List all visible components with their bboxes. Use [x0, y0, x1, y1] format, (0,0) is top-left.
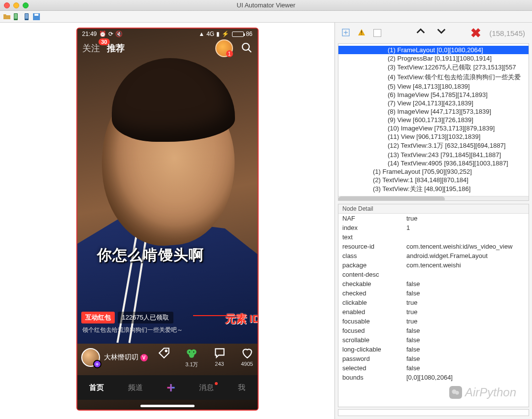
node-detail-panel: Node Detail NAFtrueindex1textresource-id… — [338, 204, 529, 407]
detail-key: selected — [338, 363, 402, 373]
detail-key: index — [338, 223, 402, 232]
tab-follow[interactable]: 关注 30 — [82, 42, 100, 54]
detail-key: resource-id — [338, 242, 402, 251]
tree-row[interactable]: (4) TextView:领个红包去给流浪狗狗们一些关爱 — [338, 72, 529, 82]
detail-value — [402, 270, 529, 279]
gift-icon[interactable] — [215, 39, 233, 57]
search-icon[interactable] — [241, 42, 253, 55]
tab-message[interactable]: 消息 — [199, 383, 214, 392]
tree-row[interactable]: (1) FrameLayout [705,90][930,252] — [338, 167, 529, 176]
tree-row[interactable]: (12) TextView:3.1万 [632,1845][694,1887] — [338, 141, 529, 151]
detail-key: text — [338, 232, 402, 242]
detail-value: false — [402, 326, 529, 335]
detail-row: passwordfalse — [338, 354, 529, 363]
tree-row[interactable]: (10) ImageView [753,1713][879,1839] — [338, 124, 529, 132]
detail-value: true — [402, 317, 529, 326]
pointer-coords: (158,1545) — [489, 29, 525, 37]
author-name[interactable]: 大林憯叨叨 V — [104, 353, 148, 362]
like-count: 4905 — [241, 361, 253, 367]
detail-value: true — [402, 298, 529, 307]
detail-row: focusedfalse — [338, 326, 529, 335]
watermark-text: AirPython — [465, 386, 516, 399]
tab-channel[interactable]: 频道 — [128, 383, 143, 392]
tree-row[interactable]: (11) View [906,1713][1032,1839] — [338, 132, 529, 141]
tree-row[interactable]: (7) View [204,1713][423,1839] — [338, 99, 529, 107]
tree-row[interactable]: (3) TextView:122675人已领取 [273,1513][557 — [338, 63, 529, 72]
author-avatar[interactable]: + — [81, 348, 100, 367]
tree-row[interactable]: (14) TextView:4905 [936,1845][1003,1887] — [338, 159, 529, 167]
share-count: 3.1万 — [185, 361, 198, 368]
verified-badge-icon: V — [140, 354, 148, 361]
detail-row: bounds[0,0][1080,2064] — [338, 373, 529, 382]
tab-home[interactable]: 首页 — [89, 383, 104, 392]
svg-rect-3 — [25, 14, 28, 19]
detail-key: bounds — [338, 373, 402, 382]
comment-button[interactable]: 243 — [213, 347, 226, 367]
tree-row[interactable]: (1) FrameLayout [0,0][1080,2064] — [338, 46, 529, 54]
detail-row: checkablefalse — [338, 279, 529, 289]
svg-point-8 — [166, 350, 167, 352]
open-file-icon[interactable] — [3, 13, 11, 21]
device-screenshot-icon[interactable] — [13, 13, 21, 21]
tree-row[interactable]: (8) ImageView [447,1713][573,1839] — [338, 107, 529, 116]
tree-row[interactable]: (2) ProgressBar [0,1911][1080,1914] — [338, 54, 529, 63]
follow-plus-icon[interactable]: + — [93, 360, 101, 368]
clear-icon[interactable]: ✖ — [470, 26, 481, 41]
create-button[interactable]: + — [166, 379, 175, 396]
tag-button[interactable] — [158, 347, 170, 367]
save-icon[interactable] — [33, 13, 40, 21]
naf-checkbox[interactable] — [373, 29, 381, 37]
comment-count: 243 — [215, 361, 224, 367]
status-left: 21:49 ⏰ ⟳ 🔇 — [82, 31, 123, 37]
tab-recommend[interactable]: 推荐 — [107, 42, 125, 54]
tree-row[interactable]: (13) TextView:243 [791,1845][841,1887] — [338, 151, 529, 159]
node-detail-header: Node Detail — [338, 204, 529, 214]
svg-point-11 — [189, 353, 195, 358]
detail-value: false — [402, 345, 529, 354]
tree-row[interactable]: (2) TextView:1 [834,148][870,184] — [338, 176, 529, 184]
like-button[interactable]: 4905 — [241, 347, 254, 367]
tree-row[interactable]: (6) ImageView [54,1785][174,1893] — [338, 91, 529, 99]
bottom-tabbar: 首页 频道 + 消息 我 — [77, 375, 258, 400]
svg-line-7 — [248, 49, 251, 52]
watermark: AirPython — [449, 386, 516, 399]
redpacket-tag: 互动红包 — [81, 312, 115, 323]
detail-key: focused — [338, 326, 402, 335]
redpacket-subtitle: 领个红包去给流浪狗狗们一些关爱吧～ — [82, 326, 183, 334]
svg-point-6 — [242, 43, 249, 50]
window-titlebar: UI Automator Viewer — [0, 0, 532, 11]
detail-key: NAF — [338, 214, 402, 223]
detail-key: scrollable — [338, 335, 402, 345]
device-frame[interactable]: 21:49 ⏰ ⟳ 🔇 ▲ 4G ▮ ⚡ 86 关注 30 — [76, 28, 259, 411]
expand-all-icon[interactable] — [342, 29, 350, 38]
hierarchy-tree[interactable]: (1) FrameLayout [0,0][1080,2064](2) Prog… — [338, 43, 529, 201]
top-right-icons — [215, 39, 253, 57]
tab-me[interactable]: 我 — [238, 383, 245, 392]
tab-follow-label: 关注 — [82, 43, 100, 53]
detail-key: clickable — [338, 298, 402, 307]
detail-value — [402, 232, 529, 242]
device-dump-icon[interactable] — [23, 13, 31, 21]
redpacket-row[interactable]: 互动红包 122675人已领取 — [81, 312, 173, 323]
share-button[interactable]: 3.1万 — [185, 347, 198, 368]
tree-row[interactable]: (9) View [600,1713][726,1839] — [338, 116, 529, 124]
video-caption: 你怎么啃馒头啊 — [97, 245, 248, 265]
detail-row: content-desc — [338, 270, 529, 279]
prev-node-icon[interactable] — [414, 26, 427, 40]
svg-rect-5 — [34, 14, 38, 16]
battery-icon — [232, 32, 244, 37]
author-row: + 大林憯叨叨 V 3.1万 243 — [81, 347, 254, 368]
detail-key: enabled — [338, 307, 402, 317]
action-bar: 3.1万 243 4905 — [158, 347, 253, 368]
top-nav: 关注 30 推荐 — [82, 42, 125, 54]
tree-row[interactable]: (5) View [48,1713][180,1839] — [338, 82, 529, 91]
tree-hscrollbar[interactable] — [338, 196, 529, 201]
status-bar: 21:49 ⏰ ⟳ 🔇 ▲ 4G ▮ ⚡ 86 — [77, 31, 258, 37]
node-detail-table[interactable]: NAFtrueindex1textresource-idcom.tencent.… — [338, 214, 529, 407]
svg-rect-1 — [14, 14, 17, 19]
warning-icon[interactable]: ! — [358, 29, 366, 38]
mute-icon: 🔇 — [115, 31, 123, 37]
detail-value: com.tencent.weishi:id/ws_video_view — [402, 242, 529, 251]
next-node-icon[interactable] — [435, 26, 448, 40]
tree-row[interactable]: (3) TextView:关注 [48,90][195,186] — [338, 184, 529, 194]
